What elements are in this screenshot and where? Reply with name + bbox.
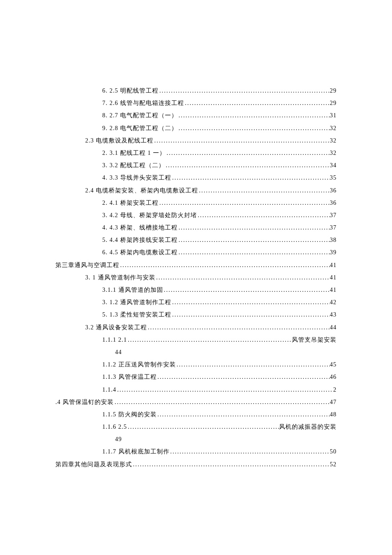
toc-entry-title: 6. 2.5 明配线管工程 [102, 85, 159, 96]
toc-entry-title: 3.2 通风设备安装工程 [85, 322, 147, 333]
toc-entry: 8. 2.7 电气配管工程（一） 31 [55, 110, 337, 121]
toc-entry: 2. 4.1 桥架安装工程 36 [55, 198, 337, 208]
toc-entry-title: 3. 1.2 通风管道制作工程 [102, 297, 171, 308]
toc-entry-page: 46 [330, 372, 337, 382]
toc-entry-page: 32 [330, 135, 337, 146]
toc-entry: 1.1.3 风管保温工程 46 [55, 372, 337, 382]
toc-entry: 1.1.5 防火阀的安装 48 [55, 409, 337, 420]
toc-entry-page: 32 [330, 123, 337, 134]
toc-leader-dots [171, 297, 330, 308]
toc-entry-page: 47 [330, 397, 337, 407]
toc-entry-page: 45 [330, 359, 337, 370]
toc-entry-title: 3. 1 通风管道制作与安装 [85, 272, 156, 283]
toc-entry-page: 2 [333, 384, 337, 395]
toc-entry-title: 9. 2.8 电气配管工程（二） [102, 123, 178, 134]
toc-entry-page: 41 [330, 272, 337, 283]
toc-entry-title: 5. 4.4 桥架跨接线安装工程 [102, 235, 178, 245]
toc-entry-title: 5. 1.3 柔性短管安装工程 [102, 309, 171, 320]
toc-entry-page: 36 [330, 198, 337, 208]
toc-leader-dots [157, 409, 330, 420]
toc-entry-title: 4. 4.3 桥架、线槽接地工程 [102, 222, 178, 233]
toc-leader-dots [159, 85, 330, 96]
toc-leader-dots [153, 135, 330, 146]
toc-leader-dots [147, 322, 330, 333]
toc-entry-page: 39 [330, 247, 337, 258]
toc-entry-title: 2. 4.1 桥架安装工程 [102, 198, 159, 208]
toc-entry-title: 第四章其他问题及表现形式 [55, 459, 132, 470]
toc-leader-dots [127, 421, 279, 432]
toc-leader-dots [184, 98, 330, 108]
toc-entry-page: 36 [330, 185, 337, 196]
toc-entry-page: 41 [330, 285, 337, 295]
toc-wrap-text: 44 [115, 349, 122, 355]
toc-entry-page: 41 [330, 260, 337, 270]
toc-leader-dots [198, 185, 330, 196]
toc-entry: 6. 4.5 桥架内电缆敷设工程 39 [55, 247, 337, 258]
toc-leader-dots [170, 446, 330, 457]
toc-entry: 1.1.1 2.1风管支吊架安装 [55, 334, 337, 345]
toc-entry-title: 2.4 电缆桥架安装、桥架内电缆敷设工程 [85, 185, 198, 196]
toc-wrap-line: 49 [55, 434, 337, 445]
toc-entry-title: 6. 4.5 桥架内电缆敷设工程 [102, 247, 178, 258]
toc-entry-page: 43 [330, 309, 337, 320]
toc-entry-page: 34 [330, 160, 337, 171]
toc-entry-right-text: 风管支吊架安装 [292, 334, 337, 345]
toc-entry: 6. 2.5 明配线管工程 29 [55, 85, 337, 96]
toc-leader-dots [156, 272, 330, 283]
toc-entry-title: 1.1.5 防火阀的安装 [102, 409, 157, 420]
toc-entry: 5. 1.3 柔性短管安装工程 43 [55, 309, 337, 320]
toc-wrap-line: 44 [55, 347, 337, 357]
toc-entry: .4 风管保温钉的安装 47 [55, 397, 337, 407]
toc-entry-title: 第三章通风与空调工程 [55, 260, 119, 270]
toc-entry: 2. 3.1 配线工程 1 一） 32 [55, 148, 337, 158]
toc-entry-page: 42 [330, 297, 337, 308]
toc-leader-dots [119, 260, 330, 270]
toc-leader-dots [171, 309, 330, 320]
toc-entry-title: 1.1.3 风管保温工程 [102, 372, 157, 382]
toc-entry: 7. 2.6 线管与配电箱连接工程 29 [55, 98, 337, 108]
toc-leader-dots [178, 110, 330, 121]
toc-entry-page: 44 [330, 322, 337, 333]
toc-leader-dots [165, 160, 330, 171]
toc-leader-dots [159, 198, 330, 208]
toc-entry: 3.1.1 通风管道的加固 41 [55, 285, 337, 295]
toc-entry: 1.1.7 风机根底加工制作 50 [55, 446, 337, 457]
toc-entry: 3. 1.2 通风管道制作工程 42 [55, 297, 337, 308]
toc-entry-page: 32 [330, 148, 337, 158]
toc-leader-dots [178, 247, 330, 258]
toc-entry-title: 1.1.6 2.5 [102, 421, 127, 432]
toc-entry-title: 3. 4.2 母线、桥架穿墙处防火封堵 [102, 210, 197, 221]
toc-entry-title: 1.1.7 风机根底加工制作 [102, 446, 170, 457]
toc-entry-page: 31 [330, 110, 337, 121]
toc-entry-title: 8. 2.7 电气配管工程（一） [102, 110, 178, 121]
toc-entry: 4. 3.3 导线并头安装工程 35 [55, 172, 337, 183]
toc-entry: 4. 4.3 桥架、线槽接地工程 37 [55, 222, 337, 233]
toc-entry-title: 1.1.2 正压送风管制作安装 [102, 359, 176, 370]
toc-entry-title: 4. 3.3 导线并头安装工程 [102, 172, 171, 183]
toc-entry: 3. 4.2 母线、桥架穿墙处防火封堵 37 [55, 210, 337, 221]
toc-entry-page: 37 [330, 210, 337, 221]
toc-entry: 第三章通风与空调工程 41 [55, 260, 337, 270]
toc-entry-title: 3. 3.2 配线工程（二） [102, 160, 165, 171]
toc-leader-dots [116, 384, 333, 395]
toc-entry: 5. 4.4 桥架跨接线安装工程 38 [55, 235, 337, 245]
toc-entry: 2.4 电缆桥架安装、桥架内电缆敷设工程 36 [55, 185, 337, 196]
toc-entry: 1.1.4 2 [55, 384, 337, 395]
toc-entry: 1.1.2 正压送风管制作安装 45 [55, 359, 337, 370]
toc-entry-page: 35 [330, 172, 337, 183]
toc-entry-page: 50 [330, 446, 337, 457]
toc-leader-dots [197, 210, 330, 221]
toc-entry-title: 2. 3.1 配线工程 1 一） [102, 148, 166, 158]
toc-entry-page: 38 [330, 235, 337, 245]
toc-entry: 1.1.6 2.5风机的减振器的安装 [55, 421, 337, 432]
toc-leader-dots [178, 235, 330, 245]
toc-leader-dots [163, 285, 330, 295]
toc-leader-dots [114, 397, 330, 407]
toc-entry: 9. 2.8 电气配管工程（二） 32 [55, 123, 337, 134]
toc-wrap-text: 49 [115, 436, 122, 442]
toc-entry-page: 48 [330, 409, 337, 420]
toc-leader-dots [176, 359, 330, 370]
toc-entry-title: 1.1.4 [102, 384, 116, 395]
toc-entry-page: 52 [330, 459, 337, 470]
toc-entry: 3.2 通风设备安装工程 44 [55, 322, 337, 333]
